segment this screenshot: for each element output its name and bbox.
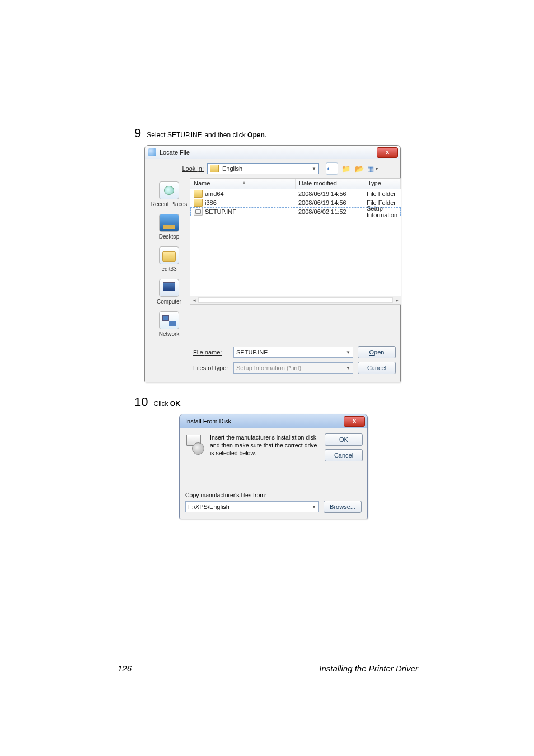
footer-title: Installing the Printer Driver <box>319 664 418 673</box>
column-name[interactable]: Name <box>190 179 296 189</box>
open-button[interactable]: Open <box>358 346 396 358</box>
chevron-down-icon: ▼ <box>346 350 350 355</box>
dialog-title: Locate File <box>160 149 190 156</box>
up-one-level-button[interactable]: 📁 <box>340 163 352 174</box>
close-button[interactable]: x <box>377 147 398 158</box>
close-icon: x <box>353 417 356 424</box>
file-type-combo[interactable]: Setup Information (*.inf) ▼ <box>233 362 353 374</box>
column-date[interactable]: Date modified <box>296 179 364 189</box>
place-desktop[interactable]: Desktop <box>149 213 189 243</box>
place-network[interactable]: Network <box>149 310 189 340</box>
scroll-left-icon[interactable]: ◂ <box>190 297 198 303</box>
step-number-9: 9 <box>134 126 141 141</box>
back-button[interactable]: ⟵ <box>326 162 338 175</box>
place-recent[interactable]: Recent Places <box>149 180 189 211</box>
scroll-right-icon[interactable]: ▸ <box>393 297 401 303</box>
close-button[interactable]: x <box>344 416 365 427</box>
look-in-label: Look in: <box>180 165 204 172</box>
browse-button[interactable]: Browse... <box>324 501 362 513</box>
place-computer[interactable]: Computer <box>149 278 189 308</box>
look-in-combo[interactable]: English ▼ <box>207 163 319 174</box>
file-row[interactable]: amd64 2008/06/19 14:56 File Folder <box>190 189 401 198</box>
column-type[interactable]: Type <box>364 179 401 189</box>
page-number: 126 <box>118 664 132 673</box>
step-9-text: Select SETUP.INF, and then click Open. <box>147 131 266 139</box>
step-number-10: 10 <box>134 395 148 409</box>
new-folder-button[interactable]: 📂 <box>354 163 365 174</box>
file-type-label: Files of type: <box>193 365 233 371</box>
folder-icon <box>210 165 219 172</box>
titlebar[interactable]: Install From Disk x <box>180 414 367 428</box>
file-list-header[interactable]: Name Date modified Type <box>190 179 401 189</box>
places-bar: Recent Places Desktop edit33 Computer Ne… <box>149 178 189 343</box>
titlebar[interactable]: Locate File x <box>145 146 400 159</box>
file-name-combo[interactable]: SETUP.INF ▼ <box>233 347 353 358</box>
disk-icon <box>185 433 205 454</box>
ok-button[interactable]: OK <box>325 433 363 446</box>
look-in-value: English <box>222 165 242 172</box>
file-row-selected[interactable]: SETUP.INF 2008/06/02 11:52 Setup Informa… <box>190 207 401 216</box>
locate-file-dialog: Locate File x Look in: English ▼ ⟵ 📁 📂 <box>144 145 401 382</box>
footer-rule <box>118 657 418 657</box>
page-footer: 126 Installing the Printer Driver <box>118 664 418 673</box>
chevron-down-icon: ▼ <box>346 366 350 371</box>
folder-icon <box>194 199 203 207</box>
step-10: 10 Click OK. <box>134 395 400 409</box>
cancel-button[interactable]: Cancel <box>358 362 396 374</box>
chevron-down-icon: ▼ <box>312 505 316 510</box>
copy-from-label: Copy manufacturer's files from: <box>185 492 362 498</box>
install-from-disk-dialog: Install From Disk x Insert the manufactu… <box>179 414 368 519</box>
file-name-label: File name: <box>193 349 233 356</box>
place-user[interactable]: edit33 <box>149 245 189 276</box>
horizontal-scrollbar[interactable]: ◂ ▸ <box>190 296 401 304</box>
close-icon: x <box>386 148 389 155</box>
app-icon <box>148 148 156 156</box>
view-menu-button[interactable]: ▦▼ <box>367 163 378 174</box>
copy-from-combo[interactable]: F:\XPS\English ▼ <box>185 501 319 512</box>
chevron-down-icon: ▼ <box>311 165 317 172</box>
inf-file-icon <box>194 208 203 216</box>
install-message: Insert the manufacturer's installation d… <box>210 433 321 461</box>
folder-icon <box>194 190 203 198</box>
file-list[interactable]: Name Date modified Type amd64 2008/06/19… <box>190 178 401 305</box>
step-10-text: Click OK. <box>153 400 182 408</box>
dialog-title: Install From Disk <box>185 418 231 424</box>
step-9: 9 Select SETUP.INF, and then click Open. <box>134 126 400 141</box>
cancel-button[interactable]: Cancel <box>325 449 363 461</box>
